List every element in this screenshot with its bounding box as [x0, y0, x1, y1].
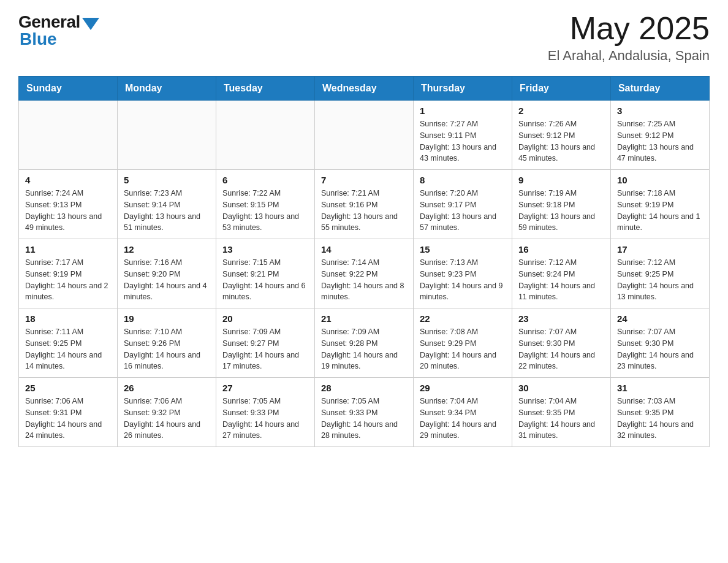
calendar-cell: 28Sunrise: 7:05 AM Sunset: 9:33 PM Dayli… — [314, 378, 413, 447]
title-block: May 2025 El Arahal, Andalusia, Spain — [548, 12, 710, 64]
calendar-cell: 30Sunrise: 7:04 AM Sunset: 9:35 PM Dayli… — [512, 378, 610, 447]
calendar-cell: 15Sunrise: 7:13 AM Sunset: 9:23 PM Dayli… — [413, 239, 512, 308]
day-number: 30 — [518, 383, 604, 393]
calendar-cell: 2Sunrise: 7:26 AM Sunset: 9:12 PM Daylig… — [512, 101, 610, 170]
day-detail: Sunrise: 7:12 AM Sunset: 9:25 PM Dayligh… — [617, 257, 703, 303]
day-detail: Sunrise: 7:15 AM Sunset: 9:21 PM Dayligh… — [222, 257, 308, 303]
day-detail: Sunrise: 7:04 AM Sunset: 9:35 PM Dayligh… — [518, 396, 604, 442]
calendar-header-row: SundayMondayTuesdayWednesdayThursdayFrid… — [19, 77, 710, 101]
day-number: 29 — [420, 383, 506, 393]
calendar-cell: 12Sunrise: 7:16 AM Sunset: 9:20 PM Dayli… — [117, 239, 216, 308]
day-detail: Sunrise: 7:24 AM Sunset: 9:13 PM Dayligh… — [25, 188, 111, 234]
day-detail: Sunrise: 7:14 AM Sunset: 9:22 PM Dayligh… — [321, 257, 407, 303]
day-detail: Sunrise: 7:19 AM Sunset: 9:18 PM Dayligh… — [518, 188, 604, 234]
calendar-cell: 27Sunrise: 7:05 AM Sunset: 9:33 PM Dayli… — [216, 378, 314, 447]
day-detail: Sunrise: 7:25 AM Sunset: 9:12 PM Dayligh… — [617, 118, 703, 164]
calendar-week-row: 11Sunrise: 7:17 AM Sunset: 9:19 PM Dayli… — [19, 239, 710, 308]
day-number: 19 — [124, 313, 210, 324]
day-detail: Sunrise: 7:16 AM Sunset: 9:20 PM Dayligh… — [124, 257, 210, 303]
calendar-cell — [117, 101, 216, 170]
day-detail: Sunrise: 7:21 AM Sunset: 9:16 PM Dayligh… — [321, 188, 407, 234]
calendar-cell: 25Sunrise: 7:06 AM Sunset: 9:31 PM Dayli… — [19, 378, 118, 447]
calendar-cell: 1Sunrise: 7:27 AM Sunset: 9:11 PM Daylig… — [413, 101, 512, 170]
day-number: 15 — [420, 244, 506, 255]
day-number: 28 — [321, 383, 407, 393]
calendar-cell: 26Sunrise: 7:06 AM Sunset: 9:32 PM Dayli… — [117, 378, 216, 447]
day-of-week-header: Thursday — [413, 77, 512, 101]
day-detail: Sunrise: 7:23 AM Sunset: 9:14 PM Dayligh… — [124, 188, 210, 234]
day-number: 14 — [321, 244, 407, 255]
calendar-table: SundayMondayTuesdayWednesdayThursdayFrid… — [18, 76, 710, 447]
day-number: 3 — [617, 105, 703, 116]
day-number: 21 — [321, 313, 407, 324]
calendar-cell: 29Sunrise: 7:04 AM Sunset: 9:34 PM Dayli… — [413, 378, 512, 447]
day-detail: Sunrise: 7:22 AM Sunset: 9:15 PM Dayligh… — [222, 188, 308, 234]
calendar-cell: 4Sunrise: 7:24 AM Sunset: 9:13 PM Daylig… — [19, 170, 118, 239]
day-number: 18 — [25, 313, 111, 324]
day-of-week-header: Friday — [512, 77, 610, 101]
day-detail: Sunrise: 7:26 AM Sunset: 9:12 PM Dayligh… — [518, 118, 604, 164]
logo-triangle-icon — [82, 18, 99, 30]
day-number: 24 — [617, 313, 703, 324]
day-number: 31 — [617, 383, 703, 393]
day-number: 20 — [222, 313, 308, 324]
day-number: 9 — [518, 175, 604, 185]
day-number: 27 — [222, 383, 308, 393]
day-number: 6 — [222, 175, 308, 185]
calendar-cell: 5Sunrise: 7:23 AM Sunset: 9:14 PM Daylig… — [117, 170, 216, 239]
day-detail: Sunrise: 7:07 AM Sunset: 9:30 PM Dayligh… — [617, 326, 703, 372]
calendar-cell: 13Sunrise: 7:15 AM Sunset: 9:21 PM Dayli… — [216, 239, 314, 308]
day-of-week-header: Wednesday — [314, 77, 413, 101]
calendar-week-row: 18Sunrise: 7:11 AM Sunset: 9:25 PM Dayli… — [19, 308, 710, 378]
calendar-cell: 16Sunrise: 7:12 AM Sunset: 9:24 PM Dayli… — [512, 239, 610, 308]
day-detail: Sunrise: 7:06 AM Sunset: 9:32 PM Dayligh… — [124, 396, 210, 442]
calendar-cell: 23Sunrise: 7:07 AM Sunset: 9:30 PM Dayli… — [512, 308, 610, 378]
day-detail: Sunrise: 7:05 AM Sunset: 9:33 PM Dayligh… — [321, 396, 407, 442]
calendar-cell: 9Sunrise: 7:19 AM Sunset: 9:18 PM Daylig… — [512, 170, 610, 239]
day-number: 2 — [518, 105, 604, 116]
calendar-cell: 8Sunrise: 7:20 AM Sunset: 9:17 PM Daylig… — [413, 170, 512, 239]
day-number: 10 — [617, 175, 703, 185]
calendar-cell — [314, 101, 413, 170]
day-of-week-header: Saturday — [610, 77, 709, 101]
calendar-week-row: 4Sunrise: 7:24 AM Sunset: 9:13 PM Daylig… — [19, 170, 710, 239]
page-header: General Blue May 2025 El Arahal, Andalus… — [18, 12, 710, 64]
day-number: 11 — [25, 244, 111, 255]
calendar-cell: 7Sunrise: 7:21 AM Sunset: 9:16 PM Daylig… — [314, 170, 413, 239]
day-detail: Sunrise: 7:03 AM Sunset: 9:35 PM Dayligh… — [617, 396, 703, 442]
day-number: 16 — [518, 244, 604, 255]
day-detail: Sunrise: 7:11 AM Sunset: 9:25 PM Dayligh… — [25, 326, 111, 372]
location-subtitle: El Arahal, Andalusia, Spain — [548, 48, 710, 64]
day-detail: Sunrise: 7:04 AM Sunset: 9:34 PM Dayligh… — [420, 396, 506, 442]
day-detail: Sunrise: 7:20 AM Sunset: 9:17 PM Dayligh… — [420, 188, 506, 234]
calendar-cell: 22Sunrise: 7:08 AM Sunset: 9:29 PM Dayli… — [413, 308, 512, 378]
day-detail: Sunrise: 7:12 AM Sunset: 9:24 PM Dayligh… — [518, 257, 604, 303]
day-number: 7 — [321, 175, 407, 185]
day-detail: Sunrise: 7:09 AM Sunset: 9:27 PM Dayligh… — [222, 326, 308, 372]
calendar-cell: 18Sunrise: 7:11 AM Sunset: 9:25 PM Dayli… — [19, 308, 118, 378]
day-number: 1 — [420, 105, 506, 116]
day-of-week-header: Monday — [117, 77, 216, 101]
day-detail: Sunrise: 7:05 AM Sunset: 9:33 PM Dayligh… — [222, 396, 308, 442]
calendar-cell — [216, 101, 314, 170]
calendar-cell: 10Sunrise: 7:18 AM Sunset: 9:19 PM Dayli… — [610, 170, 709, 239]
calendar-week-row: 1Sunrise: 7:27 AM Sunset: 9:11 PM Daylig… — [19, 101, 710, 170]
day-number: 17 — [617, 244, 703, 255]
calendar-cell: 24Sunrise: 7:07 AM Sunset: 9:30 PM Dayli… — [610, 308, 709, 378]
day-detail: Sunrise: 7:08 AM Sunset: 9:29 PM Dayligh… — [420, 326, 506, 372]
day-detail: Sunrise: 7:10 AM Sunset: 9:26 PM Dayligh… — [124, 326, 210, 372]
day-detail: Sunrise: 7:27 AM Sunset: 9:11 PM Dayligh… — [420, 118, 506, 164]
calendar-cell: 3Sunrise: 7:25 AM Sunset: 9:12 PM Daylig… — [610, 101, 709, 170]
calendar-cell — [19, 101, 118, 170]
calendar-cell: 20Sunrise: 7:09 AM Sunset: 9:27 PM Dayli… — [216, 308, 314, 378]
calendar-cell: 31Sunrise: 7:03 AM Sunset: 9:35 PM Dayli… — [610, 378, 709, 447]
logo-blue-text: Blue — [20, 29, 57, 49]
day-number: 5 — [124, 175, 210, 185]
day-detail: Sunrise: 7:09 AM Sunset: 9:28 PM Dayligh… — [321, 326, 407, 372]
day-detail: Sunrise: 7:06 AM Sunset: 9:31 PM Dayligh… — [25, 396, 111, 442]
day-detail: Sunrise: 7:07 AM Sunset: 9:30 PM Dayligh… — [518, 326, 604, 372]
day-number: 26 — [124, 383, 210, 393]
calendar-cell: 6Sunrise: 7:22 AM Sunset: 9:15 PM Daylig… — [216, 170, 314, 239]
day-of-week-header: Tuesday — [216, 77, 314, 101]
day-number: 4 — [25, 175, 111, 185]
